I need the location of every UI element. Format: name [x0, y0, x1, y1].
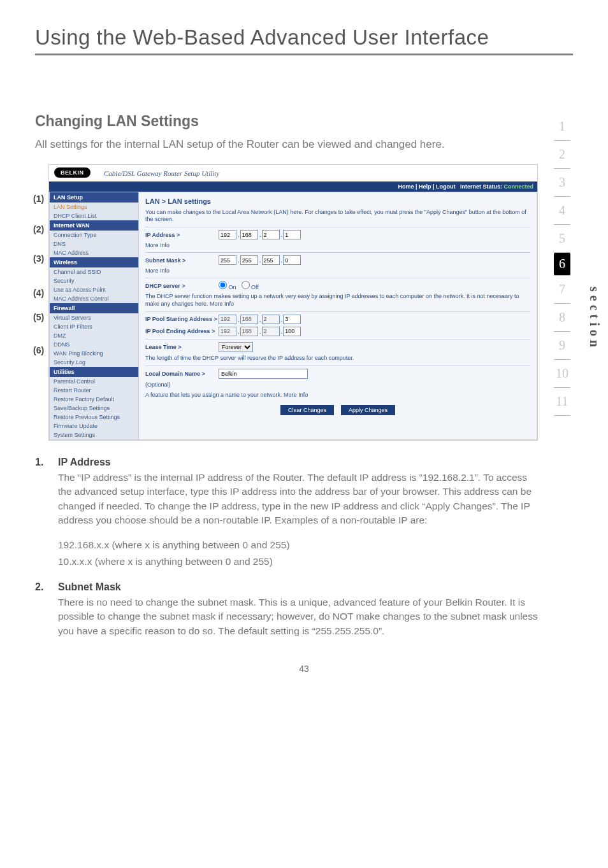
nav-group-wireless: Wireless: [50, 257, 138, 267]
pool-end-2[interactable]: [240, 327, 258, 336]
belkin-logo: BELKIN: [54, 167, 90, 178]
panel-intro: You can make changes to the Local Area N…: [145, 209, 530, 224]
item-1-desc: The “IP address” is the internal IP addr…: [58, 471, 539, 528]
side-num-9: 9: [554, 332, 570, 360]
nav-restore-prev[interactable]: Restore Previous Settings: [50, 413, 138, 422]
router-sidenav: LAN Setup LAN Settings DHCP Client List …: [50, 192, 139, 439]
nav-group-lan: LAN Setup: [50, 192, 138, 203]
section-index: 1 2 3 4 5 6 7 8 9 10 11: [551, 113, 573, 650]
nav-restart[interactable]: Restart Router: [50, 386, 138, 395]
callout-5: (5): [33, 312, 44, 322]
side-num-5: 5: [554, 225, 570, 253]
subnet-octet-2[interactable]: [240, 255, 258, 265]
dhcp-label: DHCP server >: [145, 283, 219, 289]
lease-desc: The length of time the DHCP server will …: [145, 355, 530, 362]
pool-end-3[interactable]: [262, 327, 280, 336]
pool-start-label: IP Pool Starting Address >: [145, 316, 219, 322]
pool-end-4[interactable]: [283, 327, 301, 336]
ip-octet-3[interactable]: [262, 230, 280, 239]
nav-system[interactable]: System Settings: [50, 430, 138, 439]
nav-mac-ctrl[interactable]: MAC Address Control: [50, 294, 138, 303]
item-1-number: 1.: [35, 457, 58, 528]
pool-start-4[interactable]: [283, 315, 301, 324]
router-main-panel: LAN > LAN settings You can make changes …: [139, 192, 537, 439]
dhcp-off-radio[interactable]: Off: [242, 281, 259, 290]
nav-wan-ping[interactable]: WAN Ping Blocking: [50, 349, 138, 358]
apply-changes-button[interactable]: Apply Changes: [341, 405, 395, 415]
divider: [145, 252, 530, 253]
divider: [145, 311, 530, 312]
nav-save-backup[interactable]: Save/Backup Settings: [50, 404, 138, 413]
callout-4: (4): [33, 288, 44, 298]
pool-start-1[interactable]: [219, 315, 236, 324]
pool-start-3[interactable]: [262, 315, 280, 324]
ip-octet-2[interactable]: [240, 230, 258, 239]
nav-parental[interactable]: Parental Control: [50, 377, 138, 386]
pool-end-1[interactable]: [219, 327, 236, 336]
clear-changes-button[interactable]: Clear Changes: [280, 405, 334, 415]
side-num-4: 4: [554, 197, 570, 225]
nav-dhcp-client-list[interactable]: DHCP Client List: [50, 211, 138, 220]
nav-restore-factory[interactable]: Restore Factory Default: [50, 395, 138, 404]
section-title: Changing LAN Settings: [35, 113, 539, 130]
item-2-number: 2.: [35, 581, 58, 638]
item-2-label: Subnet Mask: [58, 581, 539, 593]
item-2-desc: There is no need to change the subnet ma…: [58, 595, 539, 638]
nav-dns[interactable]: DNS: [50, 239, 138, 248]
utility-title: Cable/DSL Gateway Router Setup Utility: [104, 169, 219, 177]
nav-sec-log[interactable]: Security Log: [50, 358, 138, 367]
nav-firmware[interactable]: Firmware Update: [50, 422, 138, 430]
callout-3: (3): [33, 253, 44, 264]
nav-lan-settings[interactable]: LAN Settings: [50, 203, 138, 211]
side-num-8: 8: [554, 304, 570, 332]
subnet-octet-4[interactable]: [283, 255, 301, 265]
nav-ddns[interactable]: DDNS: [50, 340, 138, 349]
nav-mac[interactable]: MAC Address: [50, 248, 138, 257]
nav-client-filters[interactable]: Client IP Filters: [50, 322, 138, 331]
callout-1: (1): [33, 194, 44, 204]
side-num-2: 2: [554, 141, 570, 169]
section-vertical-label: section: [587, 287, 602, 351]
side-num-1: 1: [554, 113, 570, 141]
domain-input[interactable]: [219, 369, 308, 379]
side-num-10: 10: [554, 360, 570, 388]
ip-octet-4[interactable]: [283, 230, 301, 239]
top-nav-links[interactable]: Home | Help | Logout Internet Status:: [398, 183, 502, 190]
nav-dmz[interactable]: DMZ: [50, 331, 138, 340]
item-1-label: IP Address: [58, 457, 539, 468]
nav-group-utilities: Utilities: [50, 367, 138, 377]
more-info-link[interactable]: More Info: [145, 267, 530, 274]
nav-security[interactable]: Security: [50, 276, 138, 285]
callout-2: (2): [33, 224, 44, 234]
lease-select[interactable]: Forever: [219, 342, 253, 352]
divider: [145, 227, 530, 227]
breadcrumb: LAN > LAN settings: [145, 197, 530, 205]
nav-use-ap[interactable]: Use as Access Point: [50, 285, 138, 294]
more-info-link[interactable]: More Info: [145, 242, 530, 248]
top-nav-bar: Home | Help | Logout Internet Status: Co…: [49, 181, 537, 192]
callout-6: (6): [33, 345, 44, 355]
nav-group-wan: Internet WAN: [50, 220, 138, 231]
utility-topbar: BELKIN Cable/DSL Gateway Router Setup Ut…: [49, 165, 537, 181]
side-num-6: 6: [554, 253, 570, 276]
page-title: Using the Web-Based Advanced User Interf…: [35, 25, 573, 50]
divider: [145, 366, 530, 366]
lease-label: Lease Time >: [145, 344, 219, 350]
nav-channel-ssid[interactable]: Channel and SSID: [50, 267, 138, 276]
title-rule: [35, 53, 573, 55]
subnet-octet-1[interactable]: [219, 255, 236, 265]
router-screenshot: (1) (2) (3) (4) (5) (6) BELKIN Cable/DSL…: [48, 164, 539, 441]
subnet-label: Subnet Mask >: [145, 257, 219, 264]
page-number: 43: [35, 664, 573, 674]
nav-group-firewall: Firewall: [50, 303, 138, 313]
dhcp-on-radio[interactable]: On: [219, 281, 236, 290]
pool-start-2[interactable]: [240, 315, 258, 324]
subnet-octet-3[interactable]: [262, 255, 280, 265]
domain-desc: A feature that lets you assign a name to…: [145, 392, 530, 399]
ip-octet-1[interactable]: [219, 230, 236, 239]
dhcp-desc: The DHCP server function makes setting u…: [145, 293, 530, 308]
divider: [145, 339, 530, 339]
ip-address-label: IP Address >: [145, 232, 219, 238]
nav-conn-type[interactable]: Connection Type: [50, 231, 138, 239]
nav-virtual-servers[interactable]: Virtual Servers: [50, 313, 138, 322]
